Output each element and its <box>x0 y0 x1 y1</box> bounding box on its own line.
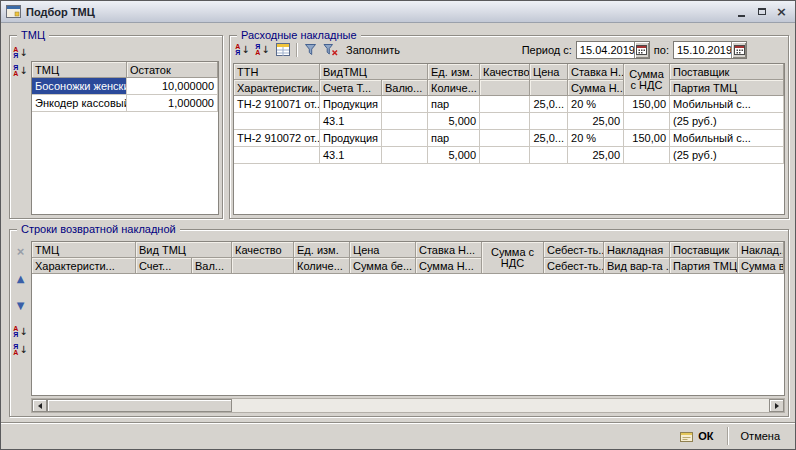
invoice-cell[interactable]: 20 % <box>568 130 624 147</box>
inv-col-empty <box>480 80 530 96</box>
ret-col-sebestoimost: Себест-ть... <box>544 242 604 258</box>
inv-col-vidtmc: ВидТМЦ <box>320 64 428 80</box>
ret-col-harakteristika: Характеристи... <box>32 258 136 274</box>
invoice-cell[interactable]: 20 % <box>568 96 624 113</box>
sort-ascending-icon[interactable]: АЯ↓ <box>11 44 30 62</box>
period-from-calendar-button[interactable] <box>634 42 649 58</box>
invoice-cell[interactable] <box>530 113 568 130</box>
tmc-table-area: ТМЦ Остаток Босоножки женские10,000000Эн… <box>31 61 219 215</box>
filter-icon[interactable] <box>301 41 320 59</box>
period-to-field[interactable]: 15.10.2019 <box>673 41 747 59</box>
clear-filter-icon[interactable] <box>321 41 340 59</box>
tmc-name-cell[interactable]: Босоножки женские <box>32 78 127 95</box>
move-up-icon[interactable]: ▲ <box>11 269 30 287</box>
period-to-value[interactable]: 15.10.2019 <box>674 42 731 58</box>
invoice-cell[interactable]: Продукция <box>320 130 382 147</box>
invoice-cell[interactable]: 25,00 <box>568 147 624 164</box>
period-from-field[interactable]: 15.04.2019 <box>576 41 650 59</box>
tmc-row[interactable]: Энкодер кассовый...1,000000 <box>32 95 218 112</box>
inv-col-edizm: Ед. изм. <box>428 64 480 80</box>
sort-descending-icon[interactable]: ЯА↓ <box>253 41 272 59</box>
inv-col-ttn: ТТН <box>234 64 320 80</box>
invoice-cell[interactable]: 5,000 <box>428 113 480 130</box>
ok-icon <box>680 430 693 443</box>
scroll-left-button[interactable] <box>32 399 47 412</box>
tmc-name-cell[interactable]: Энкодер кассовый... <box>32 95 127 112</box>
invoice-cell[interactable] <box>382 130 428 147</box>
returns-toolbar: × ▲ ▼ АЯ↓ ЯА↓ <box>11 242 30 359</box>
invoice-cell[interactable] <box>480 130 530 147</box>
invoice-cell[interactable]: 43.1 <box>320 147 382 164</box>
calendar-icon <box>734 44 745 55</box>
invoice-cell[interactable] <box>624 113 670 130</box>
sort-ascending-icon[interactable]: АЯ↓ <box>233 41 252 59</box>
returns-hscrollbar[interactable] <box>31 398 785 413</box>
invoice-cell[interactable]: ТН-2 910072 от... <box>234 130 320 147</box>
period-to-calendar-button[interactable] <box>731 42 746 58</box>
invoice-row[interactable]: 43.15,00025,00(25 руб.) <box>234 113 784 130</box>
sort-descending-icon[interactable]: ЯА↓ <box>11 341 30 359</box>
invoice-cell[interactable] <box>382 113 428 130</box>
invoice-cell[interactable] <box>234 147 320 164</box>
ret-col-kolichestvo: Количе... <box>294 258 350 274</box>
scroll-left-icon <box>38 403 42 409</box>
invoice-cell[interactable] <box>624 147 670 164</box>
tmc-rest-cell[interactable]: 1,000000 <box>127 95 218 112</box>
tmc-row[interactable]: Босоножки женские10,000000 <box>32 78 218 95</box>
invoice-cell[interactable]: Мобильный с... <box>670 130 784 147</box>
invoice-cell[interactable]: 43.1 <box>320 113 382 130</box>
ret-col-sebestoimost-2: Себест-ть... <box>544 258 604 274</box>
inv-col-summa-nds: Сумма Н... <box>568 80 624 96</box>
invoice-cell[interactable]: 5,000 <box>428 147 480 164</box>
invoice-cell[interactable]: 150,00 <box>624 130 670 147</box>
invoice-cell[interactable]: пар <box>428 96 480 113</box>
invoice-cell[interactable]: 25,0... <box>530 130 568 147</box>
tmc-rest-cell[interactable]: 10,000000 <box>127 78 218 95</box>
inv-col-stavka-nds: Ставка Н... <box>568 64 624 80</box>
invoice-cell[interactable] <box>480 113 530 130</box>
invoice-row[interactable]: ТН-2 910071 от...Продукцияпар25,0...20 %… <box>234 96 784 113</box>
group-tmc: ТМЦ АЯ↓ ЯА↓ ТМЦ Остаток Босоножки женски… <box>9 35 223 219</box>
list-settings-icon[interactable] <box>273 41 292 59</box>
sort-ascending-icon[interactable]: АЯ↓ <box>11 323 30 341</box>
inv-col-harakteristika: Характеристик... <box>234 80 320 96</box>
invoice-cell[interactable] <box>382 96 428 113</box>
minimize-button[interactable] <box>733 4 750 19</box>
returns-table: ТМЦ Вид ТМЦ Качество Ед. изм. Цена Ставк… <box>32 242 784 274</box>
invoice-cell[interactable]: Продукция <box>320 96 382 113</box>
invoice-cell[interactable] <box>480 96 530 113</box>
invoice-cell[interactable]: 150,00 <box>624 96 670 113</box>
invoice-cell[interactable] <box>530 147 568 164</box>
ok-button[interactable]: ОК <box>675 428 718 445</box>
ret-col-stavka-nds: Ставка Н... <box>416 242 482 258</box>
invoice-cell[interactable]: ТН-2 910071 от... <box>234 96 320 113</box>
inv-col-summa-s-nds: Сумма с НДС <box>624 64 670 96</box>
invoice-cell[interactable] <box>234 113 320 130</box>
maximize-button[interactable] <box>753 4 770 19</box>
invoice-cell[interactable]: Мобильный с... <box>670 96 784 113</box>
sort-descending-icon[interactable]: ЯА↓ <box>11 62 30 80</box>
close-button[interactable]: × <box>773 4 790 19</box>
scroll-thumb[interactable] <box>47 399 232 412</box>
cancel-button[interactable]: Отмена <box>736 428 785 444</box>
invoices-table: ТТН ВидТМЦ Ед. изм. Качество Цена Ставка… <box>234 64 784 164</box>
footer-separator <box>727 427 728 445</box>
footer: ОК Отмена <box>1 422 795 449</box>
invoice-cell[interactable]: 25,00 <box>568 113 624 130</box>
delete-icon[interactable]: × <box>11 242 30 260</box>
scroll-track[interactable] <box>232 399 769 412</box>
scroll-right-button[interactable] <box>769 399 784 412</box>
fill-button[interactable]: Заполнить <box>341 44 405 56</box>
invoice-row[interactable]: 43.15,00025,00(25 руб.) <box>234 147 784 164</box>
move-down-icon[interactable]: ▼ <box>11 296 30 314</box>
invoice-cell[interactable] <box>480 147 530 164</box>
ret-col-summa-s-nds: Сумма с НДС <box>482 242 544 274</box>
period-from-value[interactable]: 15.04.2019 <box>577 42 634 58</box>
invoice-cell[interactable]: 25,0... <box>530 96 568 113</box>
period-to-label: по: <box>654 44 669 56</box>
invoice-cell[interactable]: пар <box>428 130 480 147</box>
invoice-cell[interactable]: (25 руб.) <box>670 147 784 164</box>
invoice-row[interactable]: ТН-2 910072 от...Продукцияпар25,0...20 %… <box>234 130 784 147</box>
invoice-cell[interactable]: (25 руб.) <box>670 113 784 130</box>
invoice-cell[interactable] <box>382 147 428 164</box>
